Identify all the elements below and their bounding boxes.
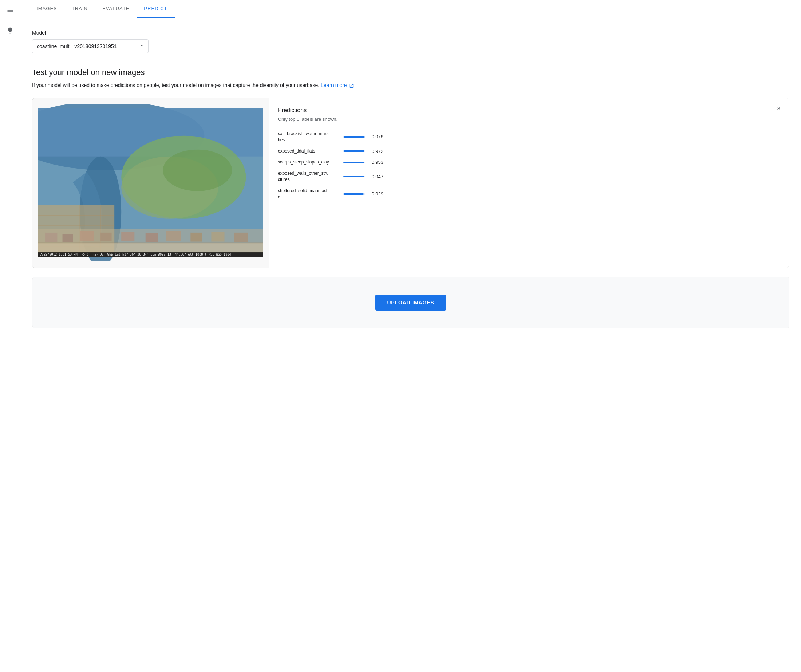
main-content: IMAGES TRAIN EVALUATE PREDICT Model coas… [20, 0, 801, 672]
svg-rect-20 [80, 231, 93, 241]
sidebar [0, 0, 20, 672]
test-section: Test your model on new images If your mo… [32, 68, 789, 328]
prediction-label-3: scarps_steep_slopes_clay [278, 159, 340, 165]
svg-rect-24 [166, 231, 181, 241]
aerial-image: 7/29/2012 1:01:53 PM (-5.0 hrs) Dir=WNW … [38, 104, 263, 260]
learn-more-link[interactable]: Learn more [321, 82, 354, 88]
lightbulb-icon[interactable] [4, 25, 16, 36]
predictions-panel: Predictions Only top 5 labels are shown.… [269, 98, 789, 268]
image-panel: 7/29/2012 1:01:53 PM (-5.0 hrs) Dir=WNW … [32, 98, 269, 268]
test-description: If your model will be used to make predi… [32, 82, 789, 89]
model-section: Model coastline_multil_v20180913201951 [32, 30, 789, 53]
model-label: Model [32, 30, 789, 36]
test-title: Test your model on new images [32, 68, 789, 77]
svg-rect-27 [234, 233, 248, 242]
prediction-bar-container-5 [343, 193, 365, 195]
upload-images-button[interactable]: UPLOAD IMAGES [375, 294, 446, 310]
svg-rect-19 [63, 235, 73, 242]
prediction-score-3: 0.953 [369, 159, 383, 165]
svg-rect-22 [121, 232, 134, 241]
upload-section: UPLOAD IMAGES [32, 277, 789, 328]
prediction-label-4: exposed_walls_other_structures [278, 170, 340, 183]
svg-rect-21 [100, 233, 111, 241]
svg-rect-26 [211, 232, 224, 242]
tab-evaluate[interactable]: EVALUATE [95, 0, 137, 18]
prediction-bar-container-3 [343, 162, 365, 163]
svg-point-5 [163, 150, 232, 191]
prediction-bar-3 [343, 162, 364, 163]
prediction-row-1: salt_brackish_water_marshes 0.978 [278, 131, 780, 143]
prediction-card: 7/29/2012 1:01:53 PM (-5.0 hrs) Dir=WNW … [32, 98, 789, 268]
svg-rect-25 [190, 233, 202, 242]
model-select[interactable]: coastline_multil_v20180913201951 [32, 39, 148, 53]
prediction-row-5: sheltered_solid_manmade 0.929 [278, 188, 780, 200]
page-content: Model coastline_multil_v20180913201951 T… [20, 18, 801, 672]
tab-images[interactable]: IMAGES [29, 0, 64, 18]
prediction-bar-4 [343, 176, 364, 177]
predictions-title: Predictions [278, 107, 780, 114]
tab-predict[interactable]: PREDICT [137, 0, 174, 18]
prediction-bar-1 [343, 136, 365, 138]
svg-rect-23 [146, 233, 158, 242]
prediction-bar-container-4 [343, 176, 365, 177]
predictions-subtitle: Only top 5 labels are shown. [278, 116, 780, 122]
prediction-score-4: 0.947 [369, 174, 383, 180]
prediction-score-2: 0.972 [369, 148, 383, 154]
prediction-row-2: exposed_tidal_flats 0.972 [278, 148, 780, 154]
menu-icon[interactable] [4, 6, 16, 18]
model-select-wrapper: coastline_multil_v20180913201951 [32, 39, 148, 53]
prediction-score-5: 0.929 [369, 191, 383, 196]
nav-tabs: IMAGES TRAIN EVALUATE PREDICT [20, 0, 801, 18]
prediction-row-3: scarps_steep_slopes_clay 0.953 [278, 159, 780, 165]
svg-text:7/29/2012 1:01:53 PM (-5.0 hrs: 7/29/2012 1:01:53 PM (-5.0 hrs) Dir=WNW … [40, 252, 231, 256]
prediction-score-1: 0.978 [369, 134, 383, 140]
prediction-bar-2 [343, 150, 365, 152]
prediction-bar-container-2 [343, 150, 365, 152]
prediction-row-4: exposed_walls_other_structures 0.947 [278, 170, 780, 183]
prediction-label-2: exposed_tidal_flats [278, 148, 340, 154]
tab-train[interactable]: TRAIN [64, 0, 95, 18]
prediction-bar-5 [343, 193, 364, 195]
prediction-bar-container-1 [343, 136, 365, 138]
prediction-label-1: salt_brackish_water_marshes [278, 131, 340, 143]
prediction-label-5: sheltered_solid_manmade [278, 188, 340, 200]
close-button[interactable]: × [773, 103, 785, 114]
external-link-icon [349, 82, 354, 90]
svg-rect-18 [45, 233, 57, 243]
